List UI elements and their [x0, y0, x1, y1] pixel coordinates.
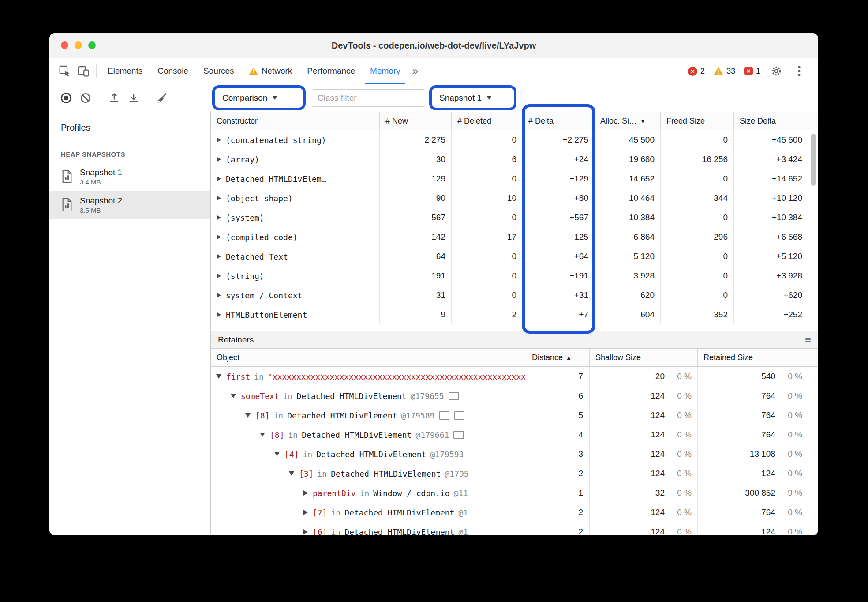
perspective-select[interactable]: Comparison	[222, 90, 277, 106]
console-errors-indicator[interactable]: × 2	[686, 67, 707, 76]
column-header-delta[interactable]: # Delta	[523, 112, 595, 130]
tab-network[interactable]: ! Network	[242, 58, 300, 84]
retainer-row[interactable]: first in "xxxxxxxxxxxxxxxxxxxxxxxxxxxxxx…	[211, 367, 818, 386]
tab-console[interactable]: Console	[150, 58, 196, 84]
tab-memory[interactable]: Memory	[363, 58, 408, 84]
table-row[interactable]: system / Context 31 0 +31 620 0 +620	[211, 286, 818, 305]
collapse-arrow-icon[interactable]	[245, 413, 251, 418]
class-filter-input[interactable]	[312, 89, 425, 107]
more-tabs-button[interactable]: »	[408, 65, 423, 77]
error-count: 2	[700, 67, 705, 76]
minimize-window-button[interactable]	[75, 41, 82, 49]
sidebar-item-snapshot-1[interactable]: Snapshot 1 3.4 MB	[49, 162, 210, 191]
retainer-row[interactable]: [8] in Detached HTMLDivElement @179589 5…	[211, 406, 818, 425]
blocked-indicator[interactable]: × 1	[742, 67, 763, 76]
table-row[interactable]: (string) 191 0 +191 3 928 0 +3 928	[211, 266, 818, 286]
column-header-freed-size[interactable]: Freed Size	[661, 112, 734, 130]
size-delta: +45 500	[734, 130, 808, 150]
retainer-row[interactable]: [6] in Detached HTMLDivElement @1 2 1240…	[211, 522, 818, 535]
devtools-menu-button[interactable]	[790, 62, 808, 80]
collapse-arrow-icon[interactable]	[274, 452, 280, 456]
retained-size-percent: 0 %	[775, 449, 808, 459]
retainer-row[interactable]: [4] in Detached HTMLDivElement @179593 3…	[211, 444, 818, 464]
table-row[interactable]: (system) 567 0 +567 10 384 0 +10 384	[211, 208, 818, 227]
expand-arrow-icon[interactable]	[217, 312, 221, 317]
expand-arrow-icon[interactable]	[217, 157, 221, 162]
object-id: @1	[458, 508, 468, 517]
expand-arrow-icon[interactable]	[217, 273, 221, 278]
close-window-button[interactable]	[61, 41, 68, 49]
table-row[interactable]: (array) 30 6 +24 19 680 16 256 +3 424	[211, 150, 818, 169]
object-id: @179661	[415, 430, 449, 440]
edge-connector: in	[331, 527, 341, 536]
expand-arrow-icon[interactable]	[217, 254, 221, 259]
table-row[interactable]: HTMLButtonElement 9 2 +7 604 352 +252	[211, 305, 818, 324]
expand-arrow-icon[interactable]	[303, 529, 308, 534]
snapshot-name: Snapshot 2	[80, 196, 122, 206]
column-header-deleted[interactable]: # Deleted	[452, 112, 523, 130]
table-row[interactable]: (object shape) 90 10 +80 10 464 344 +10 …	[211, 188, 818, 208]
reveal-icon[interactable]	[454, 411, 464, 420]
save-profile-button[interactable]	[124, 88, 143, 108]
upload-icon	[108, 92, 120, 104]
scrollbar-track[interactable]	[808, 130, 818, 331]
reveal-icon[interactable]	[449, 392, 459, 400]
expand-arrow-icon[interactable]	[217, 215, 221, 220]
column-header-size-delta[interactable]: Size Delta	[734, 112, 808, 130]
expand-arrow-icon[interactable]	[217, 137, 221, 143]
maximize-window-button[interactable]	[88, 41, 96, 49]
retainer-row[interactable]: parentDiv in Window / cdpn.io @11 1 320 …	[211, 483, 818, 503]
settings-button[interactable]	[767, 62, 786, 80]
column-header-alloc-size[interactable]: Alloc. Si… ▼	[595, 112, 661, 130]
retainers-menu-icon[interactable]: ≡	[805, 334, 811, 346]
table-row[interactable]: (compiled code) 142 17 +125 6 864 296 +6…	[211, 227, 818, 247]
retainer-row[interactable]: someText in Detached HTMLDivElement @179…	[211, 386, 818, 406]
console-warnings-indicator[interactable]: ! 33	[711, 67, 737, 76]
clear-profiles-button[interactable]	[76, 88, 95, 108]
column-header-distance[interactable]: Distance ▲	[526, 349, 590, 366]
table-row[interactable]: Detached Text 64 0 +64 5 120 0 +5 120	[211, 247, 818, 266]
expand-arrow-icon[interactable]	[217, 293, 221, 298]
sidebar-item-snapshot-2[interactable]: Snapshot 2 3.5 MB	[49, 191, 210, 219]
retainer-row[interactable]: [7] in Detached HTMLDivElement @1 2 1240…	[211, 503, 818, 522]
column-header-new[interactable]: # New	[380, 112, 452, 130]
object-id: @1	[458, 527, 468, 536]
expand-arrow-icon[interactable]	[217, 196, 221, 201]
column-header-retained-size[interactable]: Retained Size	[698, 349, 808, 366]
column-header-shallow-size[interactable]: Shallow Size	[590, 349, 698, 366]
retained-size-percent: 0 %	[775, 430, 808, 440]
collapse-arrow-icon[interactable]	[231, 394, 236, 398]
column-header-constructor[interactable]: Constructor	[211, 112, 380, 130]
expand-arrow-icon[interactable]	[217, 234, 221, 240]
object-class: Detached HTMLDivElement	[344, 527, 454, 536]
shallow-size-percent: 0 %	[665, 527, 697, 535]
size-delta: +3 928	[734, 266, 808, 286]
inspect-element-button[interactable]	[56, 62, 74, 80]
scrollbar-thumb[interactable]	[811, 134, 816, 186]
expand-arrow-icon[interactable]	[303, 490, 308, 496]
retainer-row[interactable]: [8] in Detached HTMLDivElement @179661 4…	[211, 425, 818, 444]
table-row[interactable]: (concatenated string) 2 275 0 +2 275 45 …	[211, 130, 818, 150]
record-heap-snapshot-button[interactable]	[56, 88, 76, 108]
collapse-arrow-icon[interactable]	[289, 471, 294, 476]
table-row[interactable]: Detached HTMLDivElem… 129 0 +129 14 652 …	[211, 169, 818, 188]
collect-garbage-button[interactable]	[153, 88, 172, 108]
load-profile-button[interactable]	[105, 88, 124, 108]
device-toolbar-button[interactable]	[74, 62, 93, 80]
tab-sources[interactable]: Sources	[196, 58, 242, 84]
collapse-arrow-icon[interactable]	[260, 433, 265, 437]
expand-arrow-icon[interactable]	[303, 510, 308, 515]
collapse-arrow-icon[interactable]	[216, 374, 221, 379]
object-class: Detached HTMLDivElement	[316, 450, 426, 459]
column-header-object[interactable]: Object	[211, 349, 526, 366]
tab-elements[interactable]: Elements	[100, 58, 150, 84]
edge-connector: in	[283, 391, 293, 401]
reveal-icon[interactable]	[453, 431, 464, 439]
reveal-icon[interactable]	[439, 411, 449, 420]
profiles-sidebar: Profiles HEAP SNAPSHOTS Snapshot 1 3.4 M…	[49, 112, 211, 535]
expand-arrow-icon[interactable]	[217, 176, 221, 181]
retainer-row[interactable]: [3] in Detached HTMLDivElement @1795 2 1…	[211, 464, 818, 483]
base-snapshot-select[interactable]: Snapshot 1	[439, 90, 491, 106]
tab-performance[interactable]: Performance	[299, 58, 363, 84]
sort-ascending-icon: ▲	[566, 354, 572, 361]
